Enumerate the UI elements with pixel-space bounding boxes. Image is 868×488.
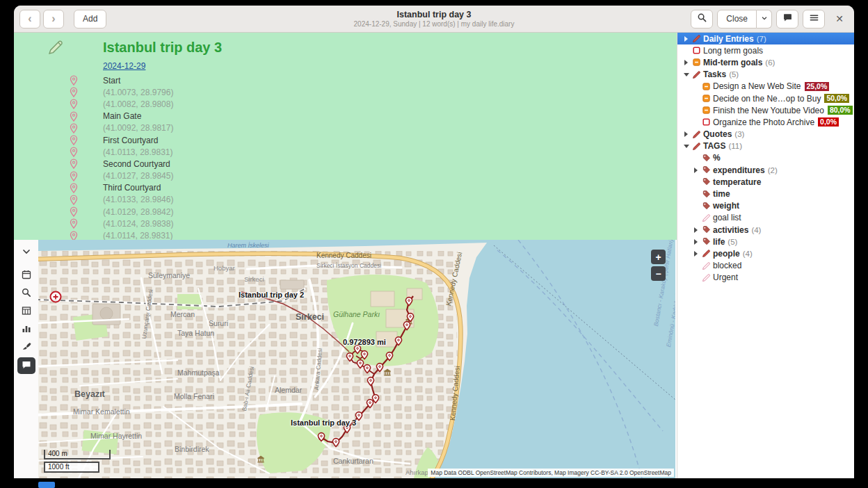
location-line[interactable]: (41.0073, 28.9796) — [14, 86, 677, 98]
sidebar-item-weight[interactable]: weight — [677, 200, 854, 212]
window-close-button[interactable]: ✕ — [830, 10, 849, 28]
main-area: Istanbul trip day 3 2024-12-29 Start(41.… — [14, 33, 854, 478]
chart-tool-button[interactable] — [17, 321, 35, 338]
sidebar-item-life[interactable]: life(5) — [677, 236, 854, 247]
sidebar-item-finish-the-new-youtube-video[interactable]: Finish the New Youtube Video80,0% — [677, 104, 854, 116]
close-diary-button[interactable]: Close — [717, 10, 757, 29]
sidebar-item-tags[interactable]: TAGS(11) — [677, 140, 854, 152]
item-count: (5) — [728, 238, 737, 246]
progress-badge: 0,0% — [818, 117, 839, 127]
sidebar-item-decide-on-the-ne-op-to-buy[interactable]: Decide on the Ne…op to Buy50,0% — [677, 92, 854, 104]
sidebar-item-urgent[interactable]: Urgent — [677, 272, 854, 284]
task-progress-icon — [691, 58, 702, 67]
item-label: Long term goals — [703, 46, 763, 56]
add-button[interactable]: Add — [74, 10, 106, 29]
expander-right-icon[interactable] — [682, 36, 691, 42]
sidebar-item-activities[interactable]: activities(4) — [677, 224, 854, 236]
sidebar-item-goal-list[interactable]: goal list — [677, 212, 854, 224]
location-pin-icon — [70, 99, 79, 109]
location-coordinates: (41.0113, 28.9831) — [103, 148, 173, 156]
expander-right-icon[interactable] — [691, 251, 700, 257]
location-line[interactable]: Third Courtyard — [14, 182, 677, 194]
back-button[interactable]: ‹ — [19, 10, 40, 29]
location-line[interactable]: (41.0127, 28.9845) — [14, 170, 677, 182]
entry-title[interactable]: Istanbul trip day 3 — [103, 40, 222, 56]
location-line[interactable]: Second Courtyard — [14, 158, 677, 170]
sidebar-item-organize-the-photo-archive[interactable]: Organize the Photo Archive0,0% — [677, 116, 854, 128]
location-line[interactable]: (41.0113, 28.9831) — [14, 146, 677, 158]
item-label: Finish the New Youtube Video — [713, 106, 824, 115]
sidebar-item-quotes[interactable]: Quotes(3) — [677, 129, 854, 140]
history-nav: ‹ › — [19, 10, 64, 29]
paint-tool-button[interactable] — [17, 339, 35, 356]
forward-button[interactable]: › — [43, 10, 64, 29]
search-tool-button[interactable] — [17, 285, 35, 302]
location-line[interactable]: (41.0092, 28.9817) — [14, 122, 677, 134]
location-line[interactable]: First Courtyard — [14, 134, 677, 146]
progress-badge: 80,0% — [828, 106, 853, 115]
task-open-icon — [700, 117, 712, 127]
item-label: life — [713, 237, 725, 247]
tag-icon — [700, 165, 712, 174]
location-line[interactable]: (41.0129, 28.9842) — [14, 206, 677, 218]
entry-pencil-icon — [691, 34, 702, 43]
expander-down-icon[interactable] — [682, 73, 691, 76]
location-line[interactable]: (41.0133, 28.9846) — [14, 194, 677, 206]
location-name: First Courtyard — [103, 136, 158, 145]
sidebar-item-mid-term-goals[interactable]: Mid-term goals(6) — [677, 56, 854, 68]
comment-button[interactable] — [776, 10, 798, 29]
sidebar-item-expenditures[interactable]: expenditures(2) — [677, 164, 854, 176]
sidebar-item-long-term-goals[interactable]: Long term goals — [677, 44, 854, 56]
location-coordinates: (41.0092, 28.9817) — [103, 124, 173, 132]
entry-date-link[interactable]: 2024-12-29 — [103, 61, 145, 71]
location-line[interactable]: (41.0124, 28.9838) — [14, 218, 677, 229]
location-line[interactable]: (41.0082, 28.9808) — [14, 98, 677, 110]
entry-pencil-icon — [691, 130, 702, 139]
location-coordinates: (41.0133, 28.9846) — [103, 195, 173, 204]
sidebar-item-item[interactable]: % — [677, 152, 854, 164]
menu-button[interactable] — [803, 10, 825, 29]
collapse-panel-button[interactable] — [17, 244, 35, 261]
task-progress-icon — [700, 94, 712, 103]
expander-right-icon[interactable] — [691, 227, 700, 233]
map-comment-tool-button[interactable] — [17, 357, 35, 374]
map-canvas[interactable] — [38, 240, 675, 478]
sidebar-item-blocked[interactable]: blocked — [677, 260, 854, 272]
item-label: TAGS — [703, 141, 725, 151]
item-label: blocked — [713, 261, 741, 270]
map-view[interactable]: Kennedy CaddesiKennedy CaddesiKennedy Ca… — [38, 240, 675, 478]
sidebar-item-time[interactable]: time — [677, 188, 854, 200]
expander-right-icon[interactable] — [682, 131, 691, 137]
table-tool-button[interactable] — [17, 303, 35, 320]
search-button[interactable] — [691, 10, 713, 29]
sidebar-item-design-a-new-web-site[interactable]: Design a New Web Site25,0% — [677, 81, 854, 92]
close-dropdown-button[interactable] — [757, 10, 772, 29]
task-open-icon — [691, 46, 702, 55]
tag-icon — [700, 190, 712, 199]
sidebar-item-people[interactable]: people(4) — [677, 247, 854, 259]
location-pin-icon — [70, 123, 79, 133]
sidebar-item-tasks[interactable]: Tasks(5) — [677, 69, 854, 81]
item-count: (4) — [743, 250, 753, 258]
location-pin-icon — [70, 183, 79, 193]
expander-right-icon[interactable] — [682, 60, 691, 65]
location-line[interactable]: Main Gate — [14, 111, 677, 122]
zoom-in-button[interactable]: + — [651, 250, 666, 264]
add-location-marker[interactable] — [51, 292, 61, 302]
calendar-tool-button[interactable] — [17, 267, 35, 284]
expander-right-icon[interactable] — [691, 239, 700, 245]
bar-chart-icon — [21, 323, 32, 336]
zoom-out-button[interactable]: − — [651, 266, 666, 281]
expander-down-icon[interactable] — [682, 145, 691, 148]
tag-icon — [700, 225, 712, 234]
entry-editor[interactable]: Istanbul trip day 3 2024-12-29 Start(41.… — [14, 33, 677, 240]
location-pin-icon — [70, 171, 79, 181]
sidebar-item-daily-entries[interactable]: Daily Entries(7) — [677, 33, 854, 44]
entry-pencil-icon — [700, 249, 712, 258]
location-pin-icon — [70, 206, 79, 217]
location-line[interactable]: (41.0114, 28.9831) — [14, 229, 677, 240]
location-line[interactable]: Start — [14, 74, 677, 86]
item-count: (7) — [757, 35, 766, 43]
expander-right-icon[interactable] — [691, 168, 700, 173]
sidebar-item-temperature[interactable]: temperature — [677, 176, 854, 188]
